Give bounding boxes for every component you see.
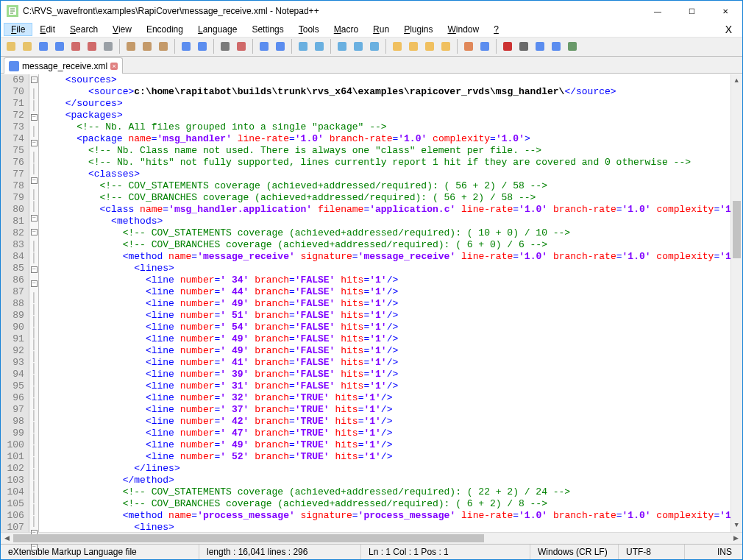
close-all-button[interactable] [85,39,99,54]
record-button[interactable] [500,39,515,54]
paste-button[interactable] [156,39,171,54]
code-line[interactable]: <package name='msg_handler' line-rate='1… [42,133,730,145]
fold-toggle[interactable]: − [31,114,38,121]
menu-language[interactable]: Language [191,23,244,36]
code-line[interactable]: <line number=' 51' branch='FALSE' hits='… [42,310,730,322]
fold-toggle[interactable]: − [31,280,38,287]
scroll-thumb-h[interactable] [13,534,484,542]
code-line[interactable]: <lines> [42,522,730,532]
code-line[interactable]: <!-- COV_STATEMENTS coverage (achieved+a… [42,227,730,239]
print-button[interactable] [101,39,115,54]
vertical-scrollbar[interactable]: ▲ ▼ [730,74,742,532]
monitor2-button[interactable] [477,39,492,54]
code-line[interactable]: <lines> [42,263,730,274]
code-line[interactable]: <source>c:\home\rapitabot\builds\trunk\r… [42,86,730,98]
folder-doc-button[interactable] [406,39,421,54]
code-line[interactable]: </lines> [42,463,730,475]
horizontal-scrollbar[interactable]: ◀ ▶ [1,532,742,544]
monitor-button[interactable] [461,39,476,54]
code-line[interactable]: <!-- Nb. "hits" not fully supported, lin… [42,157,730,169]
show-all-button[interactable] [351,39,366,54]
scroll-thumb[interactable] [733,201,741,258]
save-button[interactable] [36,39,51,54]
code-line[interactable]: <line number=' 39' branch='FALSE' hits='… [42,369,730,380]
code-line[interactable]: <line number=' 32' branch='TRUE' hits='1… [42,392,730,404]
save-all-button[interactable] [52,39,67,54]
fold-toggle[interactable]: − [31,140,38,146]
fold-toggle[interactable]: − [31,266,38,273]
sync-v-button[interactable] [296,39,310,54]
tab-close-icon[interactable]: × [110,63,118,70]
tab-message-receive[interactable]: message_receive.xml × [4,57,123,74]
wrap-button[interactable] [335,39,349,54]
close-button[interactable]: ✕ [708,1,742,22]
undo-button[interactable] [179,39,193,54]
replace-button[interactable] [234,39,249,54]
fold-gutter[interactable]: −−−−−−−−−− [29,74,40,532]
lang-udl-button[interactable] [390,39,405,54]
code-line[interactable]: <classes> [42,169,730,180]
scroll-right-icon[interactable]: ▶ [730,533,742,544]
code-line[interactable]: <line number=' 52' branch='TRUE' hits='1… [42,451,730,463]
status-encoding[interactable]: UTF-8 [619,545,685,559]
code-line[interactable]: <line number=' 54' branch='FALSE' hits='… [42,322,730,333]
code-line[interactable]: </method> [42,475,730,486]
code-line[interactable]: <!-- COV_BRANCHES coverage (achieved+add… [42,192,730,204]
code-content[interactable]: <sources> <source>c:\home\rapitabot\buil… [39,74,730,532]
stop-button[interactable] [516,39,531,54]
close-button[interactable] [68,39,83,54]
code-line[interactable]: <methods> [42,216,730,227]
open-file-button[interactable] [20,39,35,54]
scroll-left-icon[interactable]: ◀ [1,533,13,544]
menu-[interactable]: ? [486,23,506,36]
find-button[interactable] [218,39,232,54]
code-line[interactable]: <!-- COV_BRANCHES coverage (achieved+add… [42,239,730,251]
code-line[interactable]: <!-- COV_STATEMENTS coverage (achieved+a… [42,486,730,498]
code-line[interactable]: <line number=' 47' branch='TRUE' hits='1… [42,428,730,439]
fold-toggle[interactable]: − [31,229,38,235]
zoom-in-button[interactable] [257,39,271,54]
code-line[interactable]: <line number=' 49' branch='FALSE' hits='… [42,333,730,345]
cut-button[interactable] [124,39,138,54]
play-multi-button[interactable] [549,39,564,54]
scroll-down-icon[interactable]: ▼ [731,520,742,532]
editor-area[interactable]: 6970717273747576777879808182838485868788… [1,74,742,532]
code-line[interactable]: <line number=' 49' branch='TRUE' hits='1… [42,439,730,451]
code-line[interactable]: <method name='message_receive' signature… [42,251,730,263]
fold-toggle[interactable]: − [31,215,38,221]
minimize-button[interactable]: — [641,1,675,22]
code-line[interactable]: <method name='process_message' signature… [42,510,730,522]
scroll-track[interactable] [731,87,742,520]
code-line[interactable]: <line number=' 34' branch='FALSE' hits='… [42,274,730,286]
scroll-up-icon[interactable]: ▲ [731,74,742,87]
doc-map-button[interactable] [438,39,453,54]
code-line[interactable]: <line number=' 49' branch='FALSE' hits='… [42,298,730,310]
code-line[interactable]: <line number=' 41' branch='FALSE' hits='… [42,357,730,369]
code-line[interactable]: <!-- COV_BRANCHES coverage (achieved+add… [42,498,730,510]
menu-window[interactable]: Window [441,23,487,36]
play-button[interactable] [533,39,547,54]
menu-plugins[interactable]: Plugins [397,23,440,36]
code-line[interactable]: <packages> [42,110,730,121]
code-line[interactable]: <!-- Nb. All files grouped into a single… [42,121,730,133]
code-line[interactable]: <line number=' 37' branch='TRUE' hits='1… [42,404,730,416]
func-list-button[interactable] [422,39,437,54]
menubar-close-x[interactable]: X [718,22,739,37]
new-file-button[interactable] [4,39,18,54]
copy-button[interactable] [140,39,154,54]
code-line[interactable]: <line number=' 44' branch='FALSE' hits='… [42,286,730,298]
scroll-track-h[interactable] [13,533,730,544]
sync-h-button[interactable] [312,39,327,54]
fold-toggle[interactable]: − [31,544,38,550]
code-line[interactable]: <line number=' 31' branch='FALSE' hits='… [42,380,730,392]
maximize-button[interactable]: ☐ [675,1,708,22]
menu-tools[interactable]: Tools [291,23,327,36]
code-line[interactable]: <!-- Nb. Class name not used. There is a… [42,145,730,157]
fold-toggle[interactable]: − [31,177,38,184]
code-line[interactable]: </sources> [42,98,730,110]
menu-macro[interactable]: Macro [327,23,366,36]
code-line[interactable]: <!-- COV_STATEMENTS coverage (achieved+a… [42,180,730,192]
code-line[interactable]: <line number=' 42' branch='TRUE' hits='1… [42,416,730,428]
status-ins[interactable]: INS [710,545,742,559]
fold-toggle[interactable]: − [31,77,38,83]
